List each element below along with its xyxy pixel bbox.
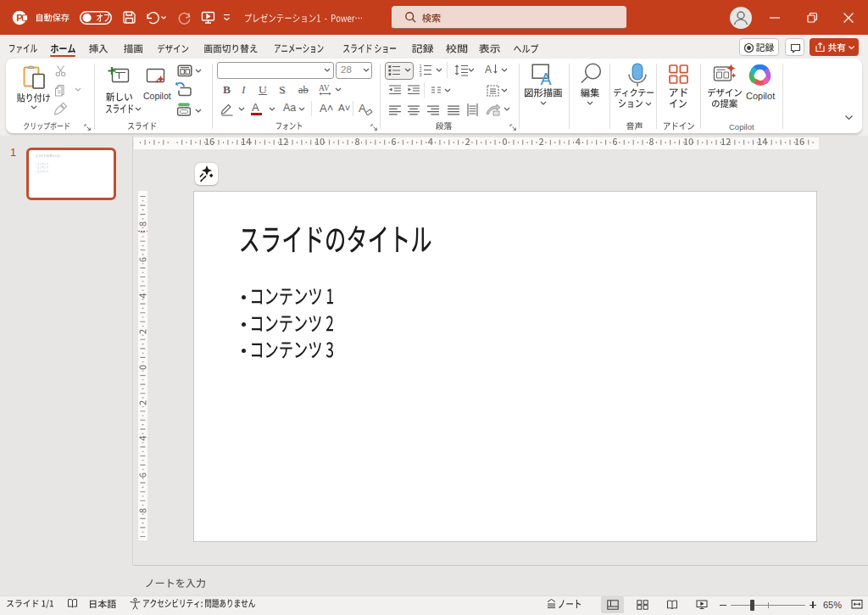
svg-text:A: A (541, 70, 552, 87)
svg-text:P: P (16, 13, 23, 23)
svg-text:A: A (485, 64, 492, 75)
svg-text:3: 3 (420, 72, 422, 76)
svg-text:AV: AV (319, 84, 330, 92)
